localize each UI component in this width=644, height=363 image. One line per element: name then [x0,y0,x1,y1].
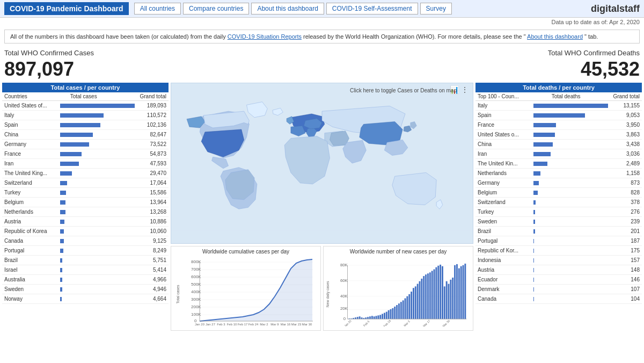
svg-rect-75 [411,292,412,319]
svg-rect-57 [374,316,375,319]
svg-text:New daily cases: New daily cases [326,281,330,307]
bar-inner [533,171,540,176]
death-value: 201 [610,228,640,234]
svg-rect-65 [390,309,392,319]
bar-cell [531,181,610,185]
death-value: 146 [610,277,640,282]
svg-text:20K: 20K [340,306,348,311]
bar-inner [533,113,585,118]
case-value: 10,060 [137,228,166,234]
country-name: Republic of Kor... [478,248,531,253]
tab-self-assessment[interactable]: COVID-19 Self-Assessment [326,3,418,14]
tab-all-countries[interactable]: All countries [134,3,181,14]
table-row: Italy 110,572 [2,111,169,120]
table-row: Spain 102,136 [2,120,169,130]
svg-text:200K: 200K [191,304,201,309]
bar-cell [58,249,137,253]
svg-rect-69 [398,303,400,319]
svg-rect-61 [382,314,383,319]
right-col1: Top 100 - Coun... [478,93,519,99]
bar-cell [531,297,610,301]
death-value: 107 [610,286,640,292]
bar-cell [531,278,610,282]
table-row: Republic of Korea 10,060 [2,227,169,236]
case-value: 73,522 [137,141,166,147]
svg-rect-91 [444,286,445,319]
country-name: Belgium [4,199,58,205]
country-name: United States o... [478,132,531,137]
table-row: Netherlands 13,268 [2,207,169,217]
svg-text:0: 0 [343,316,346,321]
svg-rect-87 [435,267,437,319]
left-table-body: United States of... 189,093 Italy 110,57… [2,101,169,304]
info-link-situation-reports[interactable]: COVID-19 Situation Reports [228,33,302,40]
case-value: 102,136 [137,122,166,128]
bar-inner [533,297,534,301]
bar-inner [533,152,551,156]
country-name: Portugal [4,248,58,253]
svg-text:Feb 5: Feb 5 [363,320,370,326]
bar-inner [60,220,64,224]
country-name: Brazil [478,228,531,234]
left-col3: Grand total [140,93,166,99]
bar-cell [531,162,610,166]
svg-text:Feb 17: Feb 17 [238,323,248,326]
tab-survey[interactable]: Survey [420,3,452,14]
right-table: Total deaths / per country Top 100 - Cou… [475,83,642,331]
country-name: Turkey [478,209,531,215]
case-value: 17,064 [137,180,166,186]
svg-rect-71 [402,300,404,319]
country-name: Italy [478,103,531,108]
chart2-svg: 80K 60K 40K 20K 0 New daily cases [326,257,471,326]
country-name: Turkey [4,190,58,195]
table-row: Italy 13,155 [475,101,642,111]
country-name: Germany [4,141,58,147]
bar-inner [60,249,63,253]
bar-inner [533,249,534,253]
table-row: Portugal 8,249 [2,246,169,256]
table-row: Brazil 201 [475,227,642,236]
svg-text:300K: 300K [191,297,201,302]
svg-text:400K: 400K [191,289,201,294]
more-icon[interactable]: ⋮ [461,85,469,94]
country-name: Belgium [478,190,531,195]
svg-rect-83 [427,273,429,319]
bar-cell [58,258,137,263]
svg-rect-73 [406,296,408,319]
left-col2: Total cases [70,93,97,99]
map-toggle-label[interactable]: Click here to toggle Cases or Deaths on … [350,88,457,93]
bar-inner [60,123,100,127]
bar-cell [58,220,137,224]
case-value: 4,664 [137,296,166,302]
death-value: 378 [610,199,640,205]
tab-compare[interactable]: Compare countries [183,3,249,14]
table-row: Sweden 4,946 [2,285,169,294]
main-content: Total cases / per country Countries Tota… [0,83,644,331]
svg-text:500K: 500K [191,282,201,287]
table-row: Ecuador 146 [475,275,642,285]
table-row: Austria 148 [475,265,642,275]
table-row: Canada 9,125 [2,236,169,246]
death-value: 104 [610,296,640,302]
case-value: 4,966 [137,277,166,282]
country-name: Canada [478,296,531,302]
death-value: 239 [610,219,640,224]
case-value: 47,593 [137,161,166,166]
bar-inner [60,113,104,118]
bar-cell [58,152,137,156]
table-row: The United King... 29,470 [2,169,169,178]
bar-inner [60,287,62,292]
country-name: France [478,122,531,128]
info-link-about[interactable]: About this dashboard [527,33,583,40]
svg-rect-49 [357,317,358,319]
bar-cell [58,210,137,214]
tab-about[interactable]: About this dashboard [251,3,324,14]
svg-rect-62 [384,313,385,320]
svg-text:600K: 600K [191,274,201,279]
bar-cell [58,171,137,176]
death-value: 3,863 [610,132,640,137]
table-row: Denmark 107 [475,285,642,294]
chart1-title: Worldwide cumulative cases per day [173,249,318,255]
svg-text:Feb 18: Feb 18 [383,319,391,326]
bar-inner [60,181,67,185]
